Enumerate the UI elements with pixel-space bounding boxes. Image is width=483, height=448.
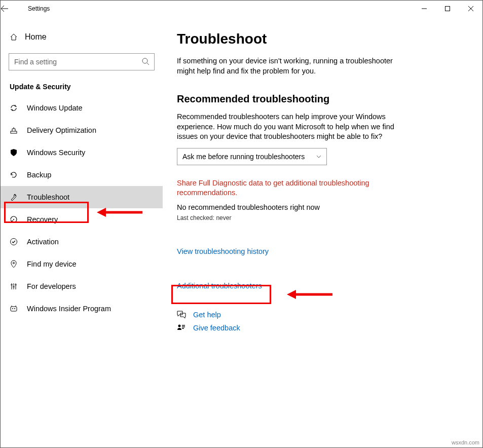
home-nav[interactable]: Home bbox=[1, 26, 163, 48]
diagnostic-warning: Share Full Diagnostic data to get additi… bbox=[177, 178, 400, 198]
sidebar-item-label: Find my device bbox=[27, 260, 77, 268]
backup-icon bbox=[10, 171, 27, 179]
sidebar-item-label: For developers bbox=[27, 282, 76, 290]
additional-troubleshooters-link[interactable]: Additional troubleshooters bbox=[177, 282, 262, 290]
sidebar-item-label: Backup bbox=[27, 171, 51, 179]
svg-point-5 bbox=[13, 263, 15, 264]
titlebar: Settings bbox=[1, 1, 482, 17]
give-feedback-row[interactable]: Give feedback bbox=[177, 324, 465, 332]
svg-point-3 bbox=[13, 219, 14, 220]
give-feedback-link[interactable]: Give feedback bbox=[193, 324, 240, 332]
troubleshoot-dropdown[interactable]: Ask me before running troubleshooters bbox=[177, 148, 327, 165]
sidebar-item-find-my-device[interactable]: Find my device bbox=[1, 253, 163, 275]
chevron-down-icon bbox=[316, 155, 321, 158]
svg-point-4 bbox=[11, 239, 17, 245]
no-recommended-text: No recommended troubleshooters right now bbox=[177, 203, 465, 211]
intro-text: If something on your device isn't workin… bbox=[177, 56, 410, 76]
svg-point-1 bbox=[142, 58, 147, 63]
sidebar: Home Update & Security Windows Update De… bbox=[1, 17, 163, 448]
wrench-icon bbox=[10, 193, 27, 201]
sidebar-item-windows-security[interactable]: Windows Security bbox=[1, 141, 163, 164]
sidebar-item-label: Delivery Optimization bbox=[27, 126, 96, 134]
sidebar-item-label: Troubleshoot bbox=[27, 193, 69, 201]
back-button[interactable] bbox=[1, 5, 25, 12]
svg-rect-2 bbox=[11, 131, 17, 133]
get-help-row[interactable]: Get help bbox=[177, 311, 465, 319]
check-circle-icon bbox=[10, 238, 27, 246]
dropdown-value: Ask me before running troubleshooters bbox=[182, 153, 305, 161]
recommended-heading: Recommended troubleshooting bbox=[177, 93, 465, 105]
content-pane: Troubleshoot If something on your device… bbox=[163, 17, 482, 448]
page-title: Troubleshoot bbox=[177, 31, 465, 47]
search-input[interactable] bbox=[9, 53, 155, 70]
section-header: Update & Security bbox=[1, 80, 163, 97]
sidebar-item-backup[interactable]: Backup bbox=[1, 164, 163, 186]
search-icon bbox=[141, 57, 150, 65]
window-title: Settings bbox=[25, 5, 50, 12]
home-label: Home bbox=[25, 32, 47, 42]
sidebar-item-label: Windows Security bbox=[27, 148, 85, 157]
svg-point-7 bbox=[12, 308, 13, 309]
maximize-button[interactable] bbox=[436, 1, 459, 17]
location-icon bbox=[10, 260, 27, 268]
sidebar-item-windows-insider[interactable]: Windows Insider Program bbox=[1, 297, 163, 320]
close-button[interactable] bbox=[459, 1, 482, 17]
last-checked-text: Last checked: never bbox=[177, 214, 465, 221]
svg-point-9 bbox=[178, 324, 181, 327]
sidebar-item-label: Activation bbox=[27, 238, 59, 246]
sidebar-item-windows-update[interactable]: Windows Update bbox=[1, 97, 163, 119]
recovery-icon bbox=[10, 215, 27, 223]
sidebar-item-label: Windows Insider Program bbox=[27, 305, 111, 313]
sidebar-item-label: Recovery bbox=[27, 215, 58, 223]
search-wrap bbox=[9, 53, 155, 70]
watermark: wsxdn.com bbox=[452, 439, 479, 445]
get-help-link[interactable]: Get help bbox=[193, 311, 221, 319]
delivery-icon bbox=[10, 126, 27, 134]
svg-rect-0 bbox=[445, 7, 450, 11]
sidebar-item-troubleshoot[interactable]: Troubleshoot bbox=[1, 186, 163, 208]
feedback-icon bbox=[177, 324, 186, 332]
sidebar-item-delivery-optimization[interactable]: Delivery Optimization bbox=[1, 119, 163, 141]
chat-icon bbox=[177, 311, 186, 319]
sidebar-item-activation[interactable]: Activation bbox=[1, 231, 163, 253]
svg-point-8 bbox=[14, 308, 15, 309]
minimize-button[interactable] bbox=[413, 1, 436, 17]
developer-icon bbox=[10, 282, 27, 290]
sidebar-item-label: Windows Update bbox=[27, 104, 83, 112]
shield-icon bbox=[10, 148, 27, 157]
view-history-link[interactable]: View troubleshooting history bbox=[177, 247, 269, 255]
svg-rect-6 bbox=[11, 307, 17, 311]
sidebar-item-for-developers[interactable]: For developers bbox=[1, 275, 163, 297]
insider-icon bbox=[10, 305, 27, 313]
update-icon bbox=[10, 104, 27, 112]
recommended-desc: Recommended troubleshooters can help imp… bbox=[177, 112, 410, 142]
sidebar-item-recovery[interactable]: Recovery bbox=[1, 208, 163, 231]
home-icon bbox=[10, 33, 25, 41]
